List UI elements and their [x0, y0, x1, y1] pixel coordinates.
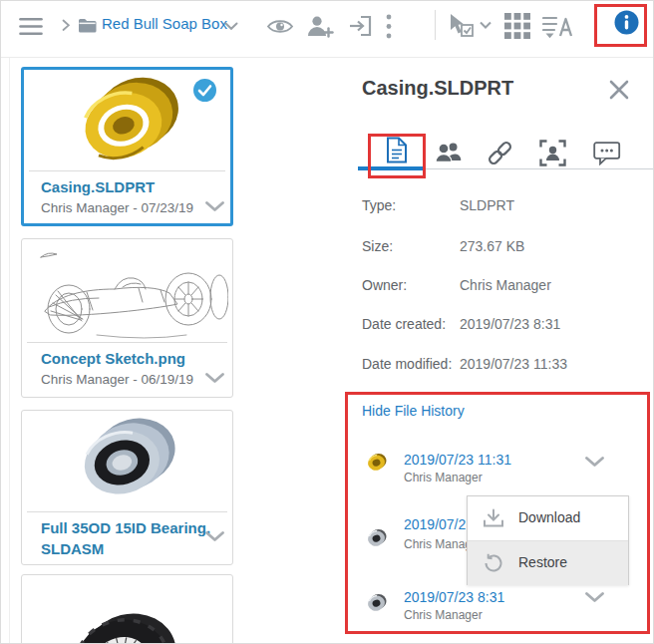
history-version-user: Chris Manag	[404, 537, 472, 551]
toolbar-divider	[435, 10, 436, 40]
file-title[interactable]: Concept Sketch.png	[41, 350, 185, 367]
folder-icon	[78, 18, 97, 33]
sort-alphabetical-icon[interactable]	[542, 14, 579, 40]
detail-label: Owner:	[362, 277, 407, 293]
history-version-date[interactable]: 2019/07/23 8:31	[404, 589, 504, 605]
menu-item-label: Restore	[518, 554, 567, 570]
tab-comments[interactable]	[593, 142, 621, 165]
app-window: Red Bull Soap Box	[0, 0, 654, 644]
file-card-concept-sketch[interactable]: Concept Sketch.png Chris Manager - 06/19…	[21, 238, 233, 398]
detail-value: SLDPRT	[460, 197, 514, 213]
history-thumb-gold-bearing	[366, 452, 388, 474]
panel-title: Casing.SLDPRT	[362, 77, 513, 100]
hide-file-history-link[interactable]: Hide File History	[362, 403, 465, 419]
breadcrumb-chevron-icon	[62, 19, 71, 32]
detail-label: Date modified:	[362, 356, 452, 372]
eye-preview-icon[interactable]	[266, 17, 294, 36]
active-tab-underline	[358, 166, 424, 170]
car-sketch-thumbnail	[27, 247, 228, 343]
card-divider	[27, 511, 227, 512]
detail-label: Type:	[362, 197, 396, 213]
history-version-user: Chris Manager	[404, 471, 483, 484]
file-card-casing[interactable]: Casing.SLDPRT Chris Manager - 07/23/19	[21, 67, 233, 226]
tab-links[interactable]	[487, 140, 513, 166]
grid-view-icon[interactable]	[504, 13, 530, 39]
card-chevron-icon[interactable]	[205, 531, 224, 542]
download-icon	[483, 508, 504, 528]
multi-select-cursor-icon[interactable]	[448, 13, 493, 38]
history-version-date[interactable]: 2019/07/23 11:31	[404, 452, 511, 468]
restore-icon	[484, 553, 503, 573]
history-chevron-icon[interactable]	[585, 592, 604, 603]
tab-preview-person[interactable]	[539, 140, 566, 166]
selected-check-badge	[193, 79, 216, 102]
hamburger-menu-icon[interactable]	[19, 17, 43, 36]
detail-value: 2019/07/23 11:33	[460, 356, 567, 372]
history-chevron-icon[interactable]	[585, 457, 604, 468]
list-panel-edge	[9, 58, 10, 644]
card-chevron-icon[interactable]	[205, 201, 224, 212]
menu-item-label: Download	[518, 509, 580, 525]
file-card-wheel[interactable]	[21, 574, 233, 644]
file-title[interactable]: Casing.SLDPRT	[41, 178, 155, 195]
file-meta: Chris Manager - 06/19/19	[41, 372, 193, 387]
detail-value: 2019/07/23 8:31	[460, 316, 560, 332]
history-thumb-silver-bearing	[366, 592, 388, 614]
menu-item-restore[interactable]: Restore	[468, 541, 628, 585]
card-chevron-icon[interactable]	[205, 373, 224, 384]
history-thumb-silver-bearing	[366, 527, 388, 549]
tab-row-divider	[424, 168, 653, 169]
history-version-user: Chris Manager	[404, 608, 483, 622]
wheel-tire-thumbnail	[60, 603, 197, 644]
history-version-date[interactable]: 2019/07/2	[404, 516, 466, 532]
info-icon[interactable]	[614, 10, 639, 35]
add-user-icon[interactable]	[307, 15, 334, 38]
detail-label: Size:	[362, 238, 393, 254]
check-in-icon[interactable]	[349, 15, 372, 37]
detail-value: 273.67 KB	[460, 238, 524, 254]
top-toolbar: Red Bull Soap Box	[1, 1, 653, 58]
history-context-menu: Download Restore	[467, 495, 629, 585]
steel-bearing-thumbnail	[64, 413, 191, 510]
breadcrumb[interactable]: Red Bull Soap Box	[102, 15, 227, 32]
file-meta: Chris Manager - 07/23/19	[41, 200, 193, 215]
detail-label: Date created:	[362, 316, 446, 332]
file-title[interactable]: Full 35OD 15ID Bearing.SLDASM	[41, 517, 212, 559]
close-icon[interactable]	[609, 80, 629, 100]
project-caret-icon[interactable]	[224, 22, 238, 31]
tab-members[interactable]	[435, 141, 462, 163]
more-options-icon[interactable]	[386, 14, 392, 39]
detail-value: Chris Manager	[460, 277, 551, 293]
menu-item-download[interactable]: Download	[468, 496, 628, 540]
tab-document-details[interactable]	[386, 137, 408, 163]
file-card-bearing-assembly[interactable]: Full 35OD 15ID Bearing.SLDASM	[21, 410, 233, 565]
gold-bearing-thumbnail	[59, 72, 198, 177]
